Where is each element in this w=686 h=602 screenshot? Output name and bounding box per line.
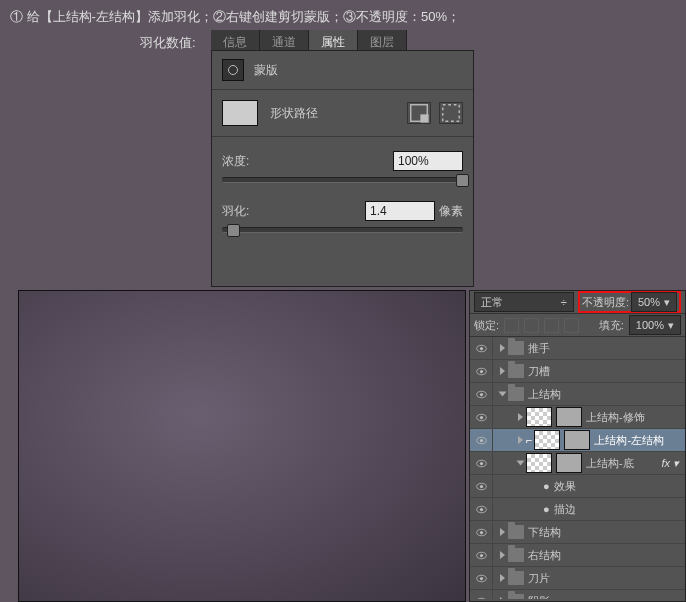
layer-row[interactable]: 上结构-修饰 xyxy=(470,406,685,429)
layer-name: 下结构 xyxy=(528,525,561,540)
lock-paint-icon[interactable] xyxy=(524,318,539,333)
properties-panel: 蒙版 形状路径 浓度: 100% 羽化: 1.4 像素 xyxy=(211,50,474,287)
layer-row[interactable]: 上结构 xyxy=(470,383,685,406)
expand-icon[interactable] xyxy=(500,367,505,375)
layer-name: 上结构-修饰 xyxy=(586,410,645,425)
feather-input[interactable]: 1.4 xyxy=(365,201,435,221)
layer-row[interactable]: 刀槽 xyxy=(470,360,685,383)
svg-point-8 xyxy=(479,392,482,395)
layer-thumb xyxy=(526,453,552,473)
expand-icon[interactable] xyxy=(518,413,523,421)
expand-icon[interactable] xyxy=(500,551,505,559)
expand-icon[interactable] xyxy=(500,597,505,599)
fill-label: 填充: xyxy=(599,318,624,333)
folder-icon xyxy=(508,594,524,599)
folder-icon xyxy=(508,364,524,378)
expand-icon[interactable] xyxy=(500,528,505,536)
layers-list: 推手刀槽上结构上结构-修饰⌐上结构-左结构上结构-底fx ▾●效果●描边下结构右… xyxy=(470,337,685,599)
feather-label: 羽化: xyxy=(222,203,249,220)
feather-value-label: 羽化数值: xyxy=(140,34,196,52)
folder-icon xyxy=(508,525,524,539)
svg-point-24 xyxy=(479,576,482,579)
folder-icon xyxy=(508,341,524,355)
mask-thumb xyxy=(556,407,582,427)
layer-thumb xyxy=(526,407,552,427)
layer-row[interactable]: ●效果 xyxy=(470,475,685,498)
layer-row[interactable]: 右结构 xyxy=(470,544,685,567)
visibility-toggle[interactable] xyxy=(470,452,493,474)
expand-icon[interactable] xyxy=(499,392,507,397)
visibility-toggle[interactable] xyxy=(470,521,493,543)
layers-panel: 正常÷ 不透明度: 50%▾ 锁定: 填充: 100%▾ 推手刀槽上结构上结构-… xyxy=(469,290,686,602)
visibility-toggle[interactable] xyxy=(470,383,493,405)
visibility-toggle[interactable] xyxy=(470,590,493,599)
visibility-toggle[interactable] xyxy=(470,337,493,359)
svg-point-18 xyxy=(479,507,482,510)
folder-icon xyxy=(508,571,524,585)
layer-name: 刀片 xyxy=(528,571,550,586)
layer-name: 刀槽 xyxy=(528,364,550,379)
shape-thumb[interactable] xyxy=(222,100,258,126)
layer-name: 右结构 xyxy=(528,548,561,563)
svg-rect-1 xyxy=(420,114,428,122)
lock-label: 锁定: xyxy=(474,318,499,333)
opacity-input[interactable]: 50%▾ xyxy=(631,292,677,312)
layer-row[interactable]: ●描边 xyxy=(470,498,685,521)
blend-mode-select[interactable]: 正常÷ xyxy=(474,292,574,312)
layer-name: 推手 xyxy=(528,341,550,356)
layer-row[interactable]: 上结构-底fx ▾ xyxy=(470,452,685,475)
canvas-preview xyxy=(18,290,466,602)
visibility-toggle[interactable] xyxy=(470,475,493,497)
svg-point-12 xyxy=(479,438,482,441)
layer-name: 上结构-底 xyxy=(586,456,634,471)
layer-name: 上结构 xyxy=(528,387,561,402)
lock-all-icon[interactable] xyxy=(564,318,579,333)
layer-name: 上结构-左结构 xyxy=(594,433,664,448)
expand-icon[interactable] xyxy=(500,344,505,352)
fill-input[interactable]: 100%▾ xyxy=(629,315,681,335)
layer-row[interactable]: 阴影 xyxy=(470,590,685,599)
layer-row[interactable]: 推手 xyxy=(470,337,685,360)
svg-point-25 xyxy=(476,598,486,599)
density-input[interactable]: 100% xyxy=(393,151,463,171)
layer-row[interactable]: ⌐上结构-左结构 xyxy=(470,429,685,452)
visibility-toggle[interactable] xyxy=(470,360,493,382)
layer-row[interactable]: 刀片 xyxy=(470,567,685,590)
expand-icon[interactable] xyxy=(518,436,523,444)
instruction-text: ① 给【上结构-左结构】添加羽化；②右键创建剪切蒙版；③不透明度：50%； xyxy=(0,0,686,34)
svg-point-16 xyxy=(479,484,482,487)
folder-icon xyxy=(508,548,524,562)
visibility-toggle[interactable] xyxy=(470,429,493,451)
mask-thumb xyxy=(564,430,590,450)
lock-trans-icon[interactable] xyxy=(504,318,519,333)
layer-name: 阴影 xyxy=(528,594,550,600)
mask-icon[interactable] xyxy=(222,59,244,81)
layer-row[interactable]: 下结构 xyxy=(470,521,685,544)
visibility-toggle[interactable] xyxy=(470,498,493,520)
feather-slider[interactable] xyxy=(222,227,463,233)
expand-icon[interactable] xyxy=(517,461,525,466)
opacity-label: 不透明度: xyxy=(582,295,629,310)
density-label: 浓度: xyxy=(222,153,249,170)
svg-point-14 xyxy=(479,461,482,464)
mask-tool1-button[interactable] xyxy=(407,102,431,124)
visibility-toggle[interactable] xyxy=(470,567,493,589)
layer-name: 效果 xyxy=(554,479,576,494)
svg-point-20 xyxy=(479,530,482,533)
visibility-toggle[interactable] xyxy=(470,544,493,566)
density-slider[interactable] xyxy=(222,177,463,183)
lock-move-icon[interactable] xyxy=(544,318,559,333)
mask-thumb xyxy=(556,453,582,473)
mask-tool2-button[interactable] xyxy=(439,102,463,124)
svg-point-4 xyxy=(479,346,482,349)
mask-label: 蒙版 xyxy=(254,62,278,79)
shape-path-label: 形状路径 xyxy=(270,105,318,122)
svg-point-10 xyxy=(479,415,482,418)
feather-unit: 像素 xyxy=(439,203,463,220)
svg-point-6 xyxy=(479,369,482,372)
layer-name: 描边 xyxy=(554,502,576,517)
visibility-toggle[interactable] xyxy=(470,406,493,428)
fx-badge[interactable]: fx ▾ xyxy=(661,457,679,470)
expand-icon[interactable] xyxy=(500,574,505,582)
svg-point-22 xyxy=(479,553,482,556)
